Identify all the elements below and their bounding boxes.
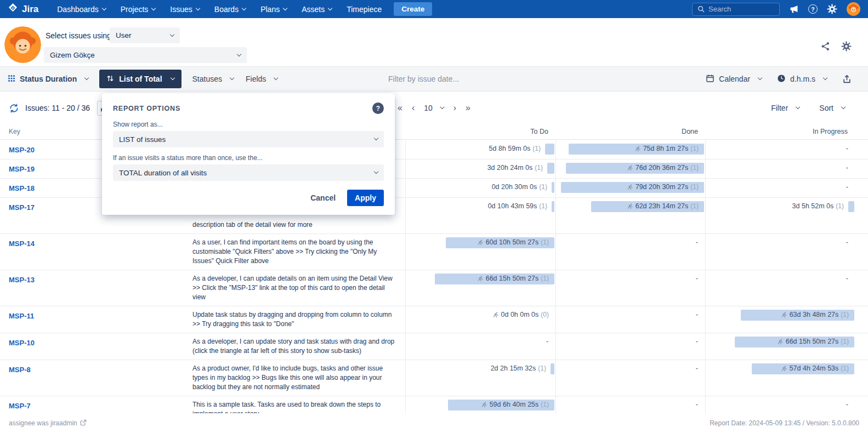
nav-item-timepiece[interactable]: Timepiece	[347, 5, 382, 14]
previous-page-icon[interactable]: ‹	[412, 104, 415, 112]
chevron-down-icon	[440, 105, 445, 109]
issue-key-link[interactable]: MSP-20	[9, 146, 35, 154]
runner-icon	[777, 338, 784, 345]
runner-icon	[481, 401, 487, 408]
duration-value: 3d 5h 52m 0s(1)	[792, 202, 844, 210]
profile-avatar[interactable]	[847, 2, 860, 16]
key-cell: MSP-10	[0, 333, 189, 360]
show-report-as-select[interactable]: LIST of issues	[113, 131, 384, 147]
issue-key-link[interactable]: MSP-14	[9, 240, 35, 248]
duration-value: 3d 20h 24m 0s(1)	[487, 164, 543, 172]
summary-cell: As a developer, I can update details on …	[189, 270, 406, 306]
in-progress-duration-cell: -	[706, 270, 855, 306]
runner-icon	[627, 184, 633, 191]
view-mode-dropdown[interactable]: List of Total	[99, 70, 181, 88]
duration-value: 76d 20h 36m 27s(1)	[627, 164, 699, 172]
chevron-down-icon	[102, 5, 106, 10]
in-progress-duration-cell: 66d 15h 50m 27s(1)	[706, 333, 855, 360]
nav-item-assets[interactable]: Assets	[302, 5, 332, 14]
jira-logo[interactable]: Jira	[8, 3, 38, 16]
issue-key-link[interactable]: MSP-17	[9, 203, 35, 212]
pagination: « ‹ 10 › »	[398, 104, 470, 112]
user-picker-value: Gizem Gökçe	[50, 51, 95, 59]
page-size-select[interactable]: 10	[424, 104, 444, 112]
duration-bar	[848, 201, 854, 212]
modal-help-icon[interactable]: ?	[372, 102, 384, 114]
column-header-done[interactable]: Done	[556, 128, 706, 135]
page-footer: assignee was jiraadmin Report Date: 2024…	[0, 413, 868, 433]
issue-key-link[interactable]: MSP-19	[9, 165, 35, 173]
empty-duration: -	[846, 183, 848, 191]
todo-duration-cell: -	[406, 333, 556, 360]
next-page-icon[interactable]: ›	[453, 104, 456, 112]
apply-button[interactable]: Apply	[347, 190, 384, 206]
cancel-button[interactable]: Cancel	[310, 193, 336, 202]
issue-key-link[interactable]: MSP-10	[9, 339, 35, 347]
nav-item-plans[interactable]: Plans	[260, 5, 287, 14]
empty-duration: -	[846, 238, 848, 246]
issue-key-link[interactable]: MSP-8	[9, 366, 31, 374]
duration-bar	[552, 182, 554, 193]
column-header-todo[interactable]: To Do	[406, 128, 556, 135]
nav-item-boards[interactable]: Boards	[214, 5, 246, 14]
nav-item-projects[interactable]: Projects	[121, 5, 156, 14]
row-gutter	[855, 306, 868, 333]
user-avatar[interactable]	[4, 26, 41, 63]
export-icon[interactable]	[842, 75, 852, 84]
search-input[interactable]	[708, 5, 774, 13]
report-toolbar: Status Duration List of Total Statuses F…	[0, 66, 868, 92]
main-menu: DashboardsProjectsIssuesBoardsPlansAsset…	[57, 5, 382, 14]
issues-count-text: Issues: 11 - 20 / 36	[25, 104, 90, 112]
table-row: MSP-10As a developer, I can update story…	[0, 333, 868, 360]
calendar-label: Calendar	[719, 75, 750, 83]
time-format-dropdown[interactable]: d.h.m.s	[777, 74, 827, 84]
footer-note-link[interactable]: assignee was jiraadmin	[9, 419, 87, 428]
multiple-visits-select[interactable]: TOTAL duration of all visits	[113, 164, 384, 181]
table-row: MSP-11Update task status by dragging and…	[0, 306, 868, 333]
chevron-down-icon	[151, 5, 156, 10]
announcement-icon[interactable]	[789, 4, 799, 14]
statuses-dropdown[interactable]: Statuses	[192, 75, 234, 83]
issue-source-mode-select[interactable]: User	[110, 27, 180, 43]
duration-text: 0d 0h 0m 0s	[501, 311, 539, 318]
empty-duration: -	[846, 164, 848, 172]
first-page-icon[interactable]: «	[398, 104, 402, 112]
empty-duration: -	[696, 401, 698, 408]
todo-duration-cell: 2d 2h 15m 32s(1)	[406, 360, 556, 396]
refresh-icon[interactable]	[9, 103, 19, 113]
report-settings-icon[interactable]	[841, 41, 852, 52]
summary-cell: As a developer, I can update story and t…	[189, 333, 406, 360]
user-picker-select[interactable]: Gizem Gökçe	[44, 47, 247, 63]
empty-duration: -	[696, 311, 698, 318]
sort-dropdown[interactable]: Sort	[819, 104, 845, 112]
row-gutter	[855, 179, 868, 197]
key-cell: MSP-13	[0, 270, 189, 306]
nav-item-issues[interactable]: Issues	[170, 5, 199, 14]
issue-key-link[interactable]: MSP-7	[9, 402, 31, 410]
duration-value: 75d 8h 1m 27s(1)	[634, 145, 699, 152]
issue-key-link[interactable]: MSP-13	[9, 276, 35, 284]
done-duration-cell: 62d 23h 14m 27s(1)	[556, 198, 706, 233]
last-page-icon[interactable]: »	[466, 104, 470, 112]
share-icon[interactable]	[820, 41, 831, 52]
settings-icon[interactable]	[827, 4, 837, 14]
empty-duration: -	[846, 145, 848, 152]
help-icon[interactable]: ?	[808, 4, 818, 14]
column-header-in-progress[interactable]: In Progress	[706, 128, 855, 135]
filter-dropdown[interactable]: Filter	[771, 104, 799, 112]
search-box[interactable]	[692, 3, 780, 16]
fields-dropdown[interactable]: Fields	[246, 75, 277, 83]
issue-key-link[interactable]: MSP-11	[9, 312, 34, 320]
nav-item-dashboards[interactable]: Dashboards	[57, 5, 106, 14]
duration-text: 79d 20h 30m 27s	[636, 183, 689, 191]
modal-title: REPORT OPTIONS	[113, 105, 180, 112]
row-gutter	[855, 270, 868, 306]
issue-date-filter-input[interactable]: Filter by issue date...	[388, 75, 459, 83]
nav-item-label: Assets	[302, 5, 325, 14]
create-button[interactable]: Create	[394, 2, 432, 16]
done-duration-cell: 76d 20h 36m 27s(1)	[556, 159, 706, 178]
visit-count: (1)	[836, 202, 844, 210]
issue-key-link[interactable]: MSP-18	[9, 184, 35, 192]
report-type-dropdown[interactable]: Status Duration	[8, 75, 88, 84]
calendar-dropdown[interactable]: Calendar	[706, 74, 762, 84]
